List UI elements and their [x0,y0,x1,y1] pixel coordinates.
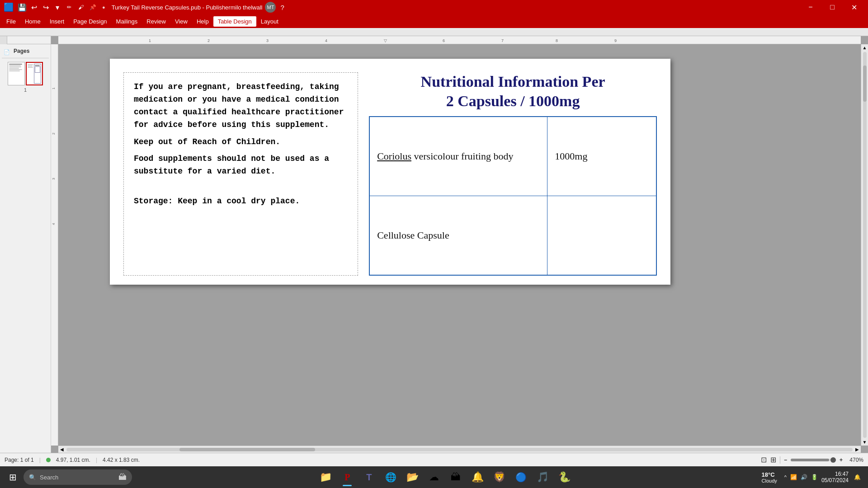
status-bar: Page: 1 of 1 | 4.97, 1.01 cm. | 4.42 x 1… [0,453,868,466]
taskbar-app-publisher[interactable]: P [337,467,357,487]
document-page: If you are pregnant, breastfeeding, taki… [110,59,670,285]
window-controls: − □ ✕ [800,0,864,14]
page-info: Page: 1 of 1 [5,457,34,463]
zoom-in-button[interactable]: + [840,457,843,463]
svg-text:4: 4 [52,223,56,225]
menu-mailings[interactable]: Mailings [112,16,142,27]
notification-bell-icon[interactable]: 🔔 [854,474,861,480]
customize-qa-button[interactable]: ▾ [52,2,62,12]
file-explorer-icon: 📁 [320,471,332,483]
mountain-app-icon: 🏔 [451,471,461,483]
user-avatar[interactable]: MT [265,2,276,13]
left-text-paragraph2: Keep out of Reach of Children. [134,136,348,149]
table-row: Coriolus versicolour fruiting body 1000m… [369,117,656,196]
document-title: Turkey Tail Reverse Capsules.pub - Publi… [112,4,231,11]
menu-file[interactable]: File [2,16,20,27]
pin-button[interactable]: 📌 [88,2,98,12]
battery-icon: 🔋 [811,474,818,480]
user-initials: MT [267,5,274,10]
close-button[interactable]: ✕ [844,0,864,14]
vertical-scrollbar[interactable]: ▲ ▼ [861,44,868,446]
scroll-thumb-v[interactable] [863,66,867,102]
horizontal-scrollbar[interactable]: ◀ ▶ [58,446,861,453]
svg-text:2: 2 [208,38,210,43]
scroll-thumb[interactable] [179,448,315,451]
save-button[interactable]: 💾 [17,2,27,12]
modified-indicator: ● [102,5,105,10]
view-double-button[interactable]: ⊞ [770,455,776,464]
scroll-track[interactable] [66,448,853,451]
amount-cell-2 [547,196,656,276]
taskbar-app-chrome[interactable]: 🔵 [511,467,531,487]
pycharm-icon: 🐍 [558,471,571,483]
dimensions-info: 4.42 x 1.83 cm. [103,457,140,463]
format-brush-button[interactable]: 🖌 [76,2,86,12]
menu-home[interactable]: Home [20,16,45,27]
left-text-paragraph4: Storage: Keep in a cool dry place. [134,195,348,208]
left-text-box[interactable]: If you are pregnant, breastfeeding, taki… [123,72,358,276]
taskbar-search[interactable]: 🔍 Search 🏔 [24,469,132,485]
canvas-area: 1 2 3 4 ▽ 6 7 8 9 [51,36,868,453]
minimize-button[interactable]: − [800,0,821,14]
app-icon: 🟦 [4,2,14,12]
scroll-track-v[interactable] [863,52,867,438]
taskbar-app-pycharm[interactable]: 🐍 [554,467,574,487]
weather-widget: 18°C Cloudy [762,471,777,483]
taskbar-app-mountain[interactable]: 🏔 [446,467,466,487]
menu-layout[interactable]: Layout [256,16,283,27]
taskbar-app-edge[interactable]: 🌐 [381,467,401,487]
nutrition-title: Nutritional Information Per 2 Capsules /… [369,72,657,111]
start-button[interactable]: ⊞ [4,468,22,486]
redo-button[interactable]: ↪ [41,2,51,12]
pages-panel-icon: 📄 [4,49,10,55]
svg-text:8: 8 [556,38,558,43]
view-single-button[interactable]: ⊡ [761,455,767,464]
coriolus-underlined: Coriolus [377,150,411,162]
scroll-up-button[interactable]: ▲ [863,44,867,51]
systray-chevron[interactable]: ^ [784,474,787,480]
taskbar-app-teams[interactable]: T [359,467,379,487]
maximize-button[interactable]: □ [822,0,843,14]
ribbon [0,28,868,36]
menu-insert[interactable]: Insert [45,16,69,27]
zoom-thumb[interactable] [830,457,836,463]
undo-button[interactable]: ↩ [29,2,39,12]
menu-review[interactable]: Review [142,16,170,27]
windows-taskbar: ⊞ 🔍 Search 🏔 📁 P T 🌐 📂 ☁ [0,466,868,488]
scroll-left-button[interactable]: ◀ [58,447,66,452]
notification-app-icon: 🔔 [472,471,484,483]
nutrition-table[interactable]: Coriolus versicolour fruiting body 1000m… [369,116,657,276]
temperature: 18°C [762,471,775,478]
page-number: 1 [24,87,27,93]
menu-page-design[interactable]: Page Design [69,16,111,27]
svg-text:2: 2 [52,132,56,135]
taskbar-app-brave[interactable]: 🦁 [489,467,509,487]
document-title-section: ● Turkey Tail Reverse Capsules.pub - Pub… [102,4,231,11]
menu-view[interactable]: View [170,16,192,27]
pen-tool-button[interactable]: ✏ [64,2,74,12]
taskbar-app-onedrive[interactable]: ☁ [424,467,444,487]
taskbar-apps: 📁 P T 🌐 📂 ☁ 🏔 🔔 🦁 [134,467,756,487]
nutrition-title-line2: 2 Capsules / 1000mg [446,93,580,109]
menu-table-design[interactable]: Table Design [213,16,256,27]
scroll-right-button[interactable]: ▶ [854,447,861,452]
scroll-down-button[interactable]: ▼ [863,439,867,446]
zoom-out-button[interactable]: − [784,457,787,463]
svg-text:▽: ▽ [384,38,387,43]
menu-help[interactable]: Help [192,16,213,27]
taskbar-app-files[interactable]: 📂 [402,467,422,487]
systray: 18°C Cloudy ^ 📶 🔊 🔋 16:47 05/07/2024 🔔 [758,471,864,483]
nutrition-title-line1: Nutritional Information Per [421,73,605,90]
svg-text:1: 1 [149,38,151,43]
svg-text:1: 1 [52,87,56,89]
taskbar-app-file-explorer[interactable]: 📁 [316,467,335,487]
search-label: Search [40,474,58,481]
svg-text:9: 9 [614,38,617,43]
help-button[interactable]: ? [280,4,284,11]
title-bar: 🟦 💾 ↩ ↪ ▾ ✏ 🖌 📌 ● Turkey Tail Reverse Ca… [0,0,868,14]
clock-widget[interactable]: 16:47 05/07/2024 [821,471,849,483]
taskbar-app-spotify[interactable]: 🎵 [533,467,552,487]
taskbar-app-notification[interactable]: 🔔 [467,467,487,487]
svg-text:4: 4 [325,38,327,43]
zoom-slider[interactable] [791,459,836,461]
